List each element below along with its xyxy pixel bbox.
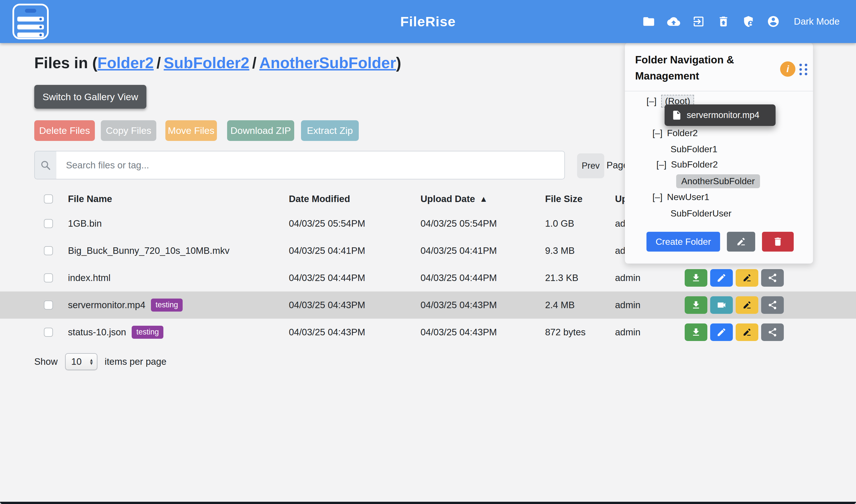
items-per-page-select[interactable]: 10 ▴▾	[65, 353, 98, 370]
tree-label-newuser1[interactable]: NewUser1	[667, 192, 709, 202]
file-name-cell: servermonitor.mp4testing	[68, 291, 182, 319]
breadcrumb: Files in (Folder2/SubFolder2/AnotherSubF…	[34, 54, 401, 72]
edit-file-button[interactable]	[710, 323, 733, 341]
info-icon[interactable]: i	[780, 61, 796, 77]
tree-item-newuser1[interactable]: [–] NewUser1	[652, 189, 709, 205]
upload-date-cell: 04/03/25 04:44PM	[420, 264, 497, 291]
drag-ghost-tooltip: servermonitor.mp4	[665, 104, 775, 126]
tree-label-subfolder1[interactable]: SubFolder1	[670, 144, 717, 155]
tree-item-folder2[interactable]: [–] Folder2	[652, 125, 698, 141]
table-row[interactable]: status-10.jsontesting 04/03/25 04:43PM 0…	[0, 319, 856, 346]
folder-navigation-panel: Folder Navigation & Management i [–] (Ro…	[625, 42, 813, 264]
column-header-file-name[interactable]: File Name	[68, 187, 112, 211]
admin-shield-icon[interactable]	[742, 15, 755, 28]
file-size-cell: 9.3 MB	[545, 237, 575, 264]
logout-icon[interactable]	[692, 15, 705, 28]
account-circle-icon[interactable]	[767, 15, 780, 28]
download-file-button[interactable]	[685, 269, 707, 287]
select-all-checkbox[interactable]	[44, 194, 53, 203]
tree-toggle[interactable]: [–]	[657, 159, 667, 170]
column-header-file-size[interactable]: File Size	[545, 187, 582, 211]
table-row-selected[interactable]: servermonitor.mp4testing 04/03/25 04:43P…	[0, 291, 856, 319]
tree-item-subfolder2[interactable]: [–] SubFolder2	[657, 157, 718, 172]
file-icon	[671, 110, 682, 121]
drag-handle-icon[interactable]	[799, 64, 807, 75]
cloud-upload-icon[interactable]	[667, 15, 680, 28]
edit-file-button[interactable]	[710, 269, 733, 287]
tag-badge: testing	[151, 299, 182, 311]
file-name-cell: 1GB.bin	[68, 210, 102, 237]
date-modified-cell: 04/03/25 04:44PM	[289, 264, 365, 291]
file-size-cell: 21.3 KB	[545, 264, 578, 291]
breadcrumb-link-anothersubfolder[interactable]: AnotherSubFolder	[259, 54, 396, 72]
file-name-cell: index.html	[68, 264, 110, 291]
dark-mode-toggle[interactable]: Dark Mode	[794, 16, 840, 27]
breadcrumb-link-subfolder2[interactable]: SubFolder2	[164, 54, 249, 72]
rename-tag-button[interactable]	[736, 269, 758, 287]
tree-item-anothersubfolder[interactable]: AnotherSubFolder	[676, 173, 760, 189]
upload-date-cell: 04/03/25 04:41PM	[420, 237, 497, 264]
tree-item-subfolderuser[interactable]: SubFolderUser	[670, 205, 731, 221]
tree-item-subfolder1[interactable]: SubFolder1	[670, 141, 717, 157]
rename-folder-button[interactable]	[727, 232, 755, 252]
date-modified-cell: 04/03/25 04:43PM	[289, 291, 365, 319]
tree-toggle[interactable]: [–]	[652, 192, 663, 202]
uploader-cell: admin	[615, 264, 641, 291]
panel-divider	[625, 91, 813, 91]
row-checkbox[interactable]	[44, 246, 53, 255]
play-video-button[interactable]	[710, 296, 733, 314]
tree-label-folder2[interactable]: Folder2	[667, 128, 698, 138]
switch-gallery-view-button[interactable]: Switch to Gallery View	[34, 85, 146, 109]
file-name-cell: Big_Buck_Bunny_720_10s_10MB.mkv	[68, 237, 230, 264]
row-checkbox[interactable]	[44, 301, 53, 310]
file-size-cell: 872 bytes	[545, 319, 586, 346]
download-zip-button[interactable]: Download ZIP	[227, 120, 294, 141]
tag-badge: testing	[132, 326, 163, 339]
row-checkbox[interactable]	[44, 273, 53, 283]
rename-tag-button[interactable]	[736, 296, 758, 314]
extract-zip-button[interactable]: Extract Zip	[301, 120, 359, 141]
date-modified-cell: 04/03/25 04:41PM	[289, 237, 365, 264]
date-modified-cell: 04/03/25 04:43PM	[289, 319, 365, 346]
search-input[interactable]	[56, 151, 565, 179]
row-checkbox[interactable]	[44, 328, 53, 337]
uploader-cell: admin	[615, 319, 641, 346]
delete-files-button[interactable]: Delete Files	[34, 120, 95, 141]
breadcrumb-suffix: )	[396, 54, 401, 72]
tree-label-subfolder2[interactable]: SubFolder2	[671, 159, 718, 170]
prev-page-button[interactable]: Prev	[577, 154, 604, 178]
window-bottom-edge	[0, 502, 856, 504]
delete-folder-button[interactable]	[762, 232, 794, 252]
share-file-button[interactable]	[761, 269, 784, 287]
copy-files-button[interactable]: Copy Files	[101, 120, 156, 141]
tree-label-subfolderuser[interactable]: SubFolderUser	[670, 208, 731, 219]
file-size-cell: 1.0 GB	[545, 210, 574, 237]
breadcrumb-link-folder2[interactable]: Folder2	[98, 54, 154, 72]
table-row[interactable]: index.html 04/03/25 04:44PM 04/03/25 04:…	[0, 264, 856, 291]
tree-label-anothersubfolder[interactable]: AnotherSubFolder	[676, 174, 760, 188]
folder-icon[interactable]	[642, 15, 655, 28]
upload-date-cell: 04/03/25 04:43PM	[420, 319, 497, 346]
restore-trash-icon[interactable]	[717, 15, 730, 28]
items-per-page-label: items per page	[105, 356, 167, 367]
sort-ascending-icon: ▲	[480, 194, 488, 204]
tree-toggle[interactable]: [–]	[646, 96, 657, 106]
row-checkbox[interactable]	[44, 219, 53, 228]
breadcrumb-separator: /	[249, 54, 259, 72]
tree-toggle[interactable]: [–]	[652, 128, 663, 138]
rename-tag-button[interactable]	[736, 323, 758, 341]
column-header-upload-date[interactable]: Upload Date▲	[420, 187, 488, 211]
share-file-button[interactable]	[761, 323, 784, 341]
search-icon	[40, 160, 51, 170]
trash-icon	[772, 236, 783, 247]
share-file-button[interactable]	[761, 296, 784, 314]
column-header-date-modified[interactable]: Date Modified	[289, 187, 350, 211]
download-file-button[interactable]	[685, 323, 707, 341]
move-files-button[interactable]: Move Files	[165, 120, 217, 141]
drag-ghost-label: servermonitor.mp4	[687, 110, 759, 120]
download-file-button[interactable]	[685, 296, 707, 314]
file-name-cell: status-10.jsontesting	[68, 319, 163, 346]
folder-panel-title: Folder Navigation & Management	[635, 52, 771, 84]
create-folder-button[interactable]: Create Folder	[646, 232, 720, 252]
show-label: Show	[34, 356, 58, 367]
